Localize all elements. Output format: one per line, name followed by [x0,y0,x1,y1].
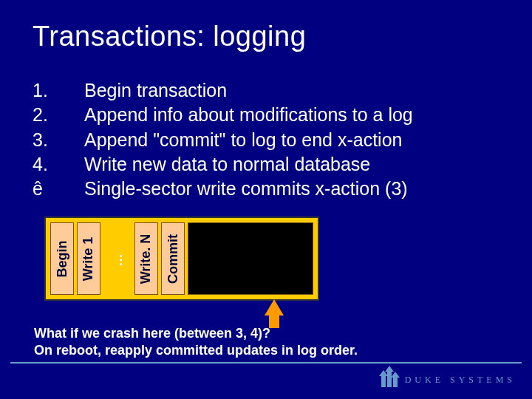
list-item: 3. Append "commit" to log to end x-actio… [33,129,532,151]
log-entry-write1: Write 1 [77,222,100,295]
log-entry-begin: Begin [50,222,74,295]
footer-logo: Duke Systems [381,369,516,387]
log-label: Write. N [139,233,154,284]
log-label: Commit [166,234,181,284]
list-item: 1. Begin transaction [33,79,532,102]
list-number: 4. [33,153,84,176]
list-item: 2. Append info about modifications to a … [33,103,532,126]
logo-mark-icon [381,369,398,387]
list-number: 3. [33,129,84,151]
log-label: … [110,251,126,267]
list-text: Begin transaction [84,79,532,102]
caption-line: On reboot, reapply committed updates in … [34,342,358,359]
log-entry-commit: Commit [161,222,185,295]
log-label: Begin [55,240,70,277]
list-number: 2. [33,103,84,126]
caption: What if we crash here (between 3, 4)? On… [34,325,358,358]
list-item: ê Single-sector write commits x-action (… [33,177,532,200]
arrow-up-icon [265,299,284,316]
logo-text: Duke Systems [405,375,516,387]
log-entry-ellipsis: … [103,251,132,267]
list-text: Append info about modifications to a log [84,103,532,126]
caption-line: What if we crash here (between 3, 4)? [34,325,358,342]
list-number: 1. [33,79,84,102]
list-number: ê [33,177,84,200]
footer-divider [10,362,522,364]
list-text: Single-sector write commits x-action (3) [84,177,532,200]
slide-title: Transactions: logging [0,0,532,52]
log-diagram: Begin Write 1 … Write. N Commit [44,216,319,301]
log-label: Write 1 [81,236,97,281]
log-entry-writen: Write. N [134,222,158,295]
list-text: Append "commit" to log to end x-action [84,129,532,151]
list-item: 4. Write new data to normal database [33,153,532,176]
list-text: Write new data to normal database [84,153,532,176]
log-entry-empty [188,222,313,295]
bullet-list: 1. Begin transaction 2. Append info abou… [0,52,532,200]
